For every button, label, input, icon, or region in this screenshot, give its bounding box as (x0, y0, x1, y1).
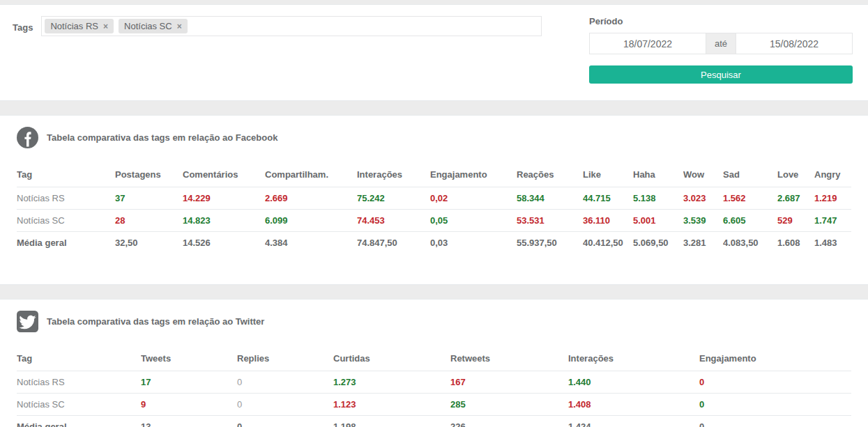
column-header: Angry (814, 164, 851, 187)
column-header: Retweets (450, 348, 568, 371)
column-header: Haha (633, 164, 683, 187)
metric-value: 13 (141, 416, 237, 427)
metric-value: 1.408 (568, 394, 699, 416)
metric-value: 1.483 (814, 232, 851, 254)
tag-chip: Notícias RS× (45, 19, 114, 33)
metric-value: 9 (141, 394, 237, 416)
metric-value: 1.123 (333, 394, 450, 416)
metric-value: 2.669 (265, 187, 357, 210)
metric-value: 36.110 (583, 210, 633, 232)
metric-value: 0 (237, 416, 333, 427)
metric-value: 1.198 (333, 416, 450, 427)
table-row: Notícias RS3714.2292.66975.2420,0258.344… (17, 187, 851, 210)
twitter-table-title: Tabela comparativa das tags em relação a… (47, 316, 264, 327)
tag-chip-label: Notícias RS (50, 21, 98, 31)
metric-value: 4.384 (265, 232, 357, 254)
metric-value: 40.412,50 (583, 232, 633, 254)
metric-value: 0 (237, 371, 333, 394)
dashboard-page: Tags Notícias RS×Notícias SC× Período at… (0, 0, 868, 427)
period-label: Período (589, 16, 853, 26)
twitter-table: TagTweetsRepliesCurtidasRetweetsInteraçõ… (17, 348, 851, 427)
facebook-panel: Tabela comparativa das tags em relação a… (0, 115, 868, 285)
date-until-label: até (706, 33, 736, 54)
twitter-panel-title: Tabela comparativa das tags em relação a… (17, 311, 851, 332)
metric-value: 1.219 (814, 187, 851, 210)
row-tag-label: Média geral (17, 232, 115, 254)
metric-value: 75.242 (357, 187, 430, 210)
column-header: Curtidas (333, 348, 450, 371)
metric-value: 226 (450, 416, 568, 427)
column-header: Interações (357, 164, 430, 187)
metric-value: 1.424 (568, 416, 699, 427)
twitter-icon (17, 311, 38, 332)
metric-value: 5.069,50 (633, 232, 683, 254)
metric-value: 285 (450, 394, 568, 416)
metric-value: 1.440 (568, 371, 699, 394)
column-header: Engajamento (430, 164, 517, 187)
metric-value: 6.605 (723, 210, 777, 232)
metric-value: 44.715 (583, 187, 633, 210)
metric-value: 55.937,50 (517, 232, 583, 254)
tags-label: Tags (13, 16, 33, 33)
tag-chip: Notícias SC× (119, 19, 188, 33)
tags-input[interactable]: Notícias RS×Notícias SC× (41, 16, 542, 36)
table-row: Notícias SC901.1232851.4080 (17, 394, 851, 416)
metric-value: 32,50 (115, 232, 183, 254)
row-tag-label: Notícias SC (17, 394, 141, 416)
tags-field: Tags Notícias RS×Notícias SC× (13, 16, 589, 36)
date-from-input[interactable] (589, 33, 706, 54)
table-row: Notícias RS1701.2731671.4400 (17, 371, 851, 394)
metric-value: 1.747 (814, 210, 851, 232)
metric-value: 1.562 (723, 187, 777, 210)
metric-value: 0,05 (430, 210, 517, 232)
table-row: Notícias SC2814.8236.09974.4530,0553.531… (17, 210, 851, 232)
table-footer-row: Média geral32,5014.5264.38474.847,500,03… (17, 232, 851, 254)
metric-value: 0 (699, 416, 851, 427)
metric-value: 28 (115, 210, 183, 232)
metric-value: 3.281 (683, 232, 723, 254)
metric-value: 5.001 (633, 210, 683, 232)
metric-value: 0,02 (430, 187, 517, 210)
column-header: Reações (517, 164, 583, 187)
metric-value: 4.083,50 (723, 232, 777, 254)
metric-value: 6.099 (265, 210, 357, 232)
metric-value: 3.539 (683, 210, 723, 232)
metric-value: 167 (450, 371, 568, 394)
metric-value: 74.453 (357, 210, 430, 232)
metric-value: 0 (699, 394, 851, 416)
column-header: Tag (17, 348, 141, 371)
tag-remove-icon[interactable]: × (103, 22, 108, 31)
column-header: Tweets (141, 348, 237, 371)
metric-value: 17 (141, 371, 237, 394)
metric-value: 2.687 (777, 187, 814, 210)
metric-value: 0 (237, 394, 333, 416)
metric-value: 14.229 (183, 187, 265, 210)
metric-value: 37 (115, 187, 183, 210)
column-header: Replies (237, 348, 333, 371)
row-tag-label: Notícias RS (17, 371, 141, 394)
facebook-table: TagPostagensComentáriosCompartilham.Inte… (17, 164, 851, 254)
metric-value: 58.344 (517, 187, 583, 210)
metric-value: 14.823 (183, 210, 265, 232)
metric-value: 0 (699, 371, 851, 394)
date-to-input[interactable] (736, 33, 853, 54)
period-field: Período até Pesquisar (589, 16, 853, 84)
column-header: Like (583, 164, 633, 187)
column-header: Tag (17, 164, 115, 187)
metric-value: 1.608 (777, 232, 814, 254)
column-header: Compartilham. (265, 164, 357, 187)
metric-value: 529 (777, 210, 814, 232)
metric-value: 0,03 (430, 232, 517, 254)
row-tag-label: Média geral (17, 416, 141, 427)
metric-value: 1.273 (333, 371, 450, 394)
date-range: até (589, 33, 853, 54)
column-header: Interações (568, 348, 699, 371)
search-button[interactable]: Pesquisar (589, 65, 853, 84)
twitter-panel: Tabela comparativa das tags em relação a… (0, 299, 868, 427)
column-header: Comentários (183, 164, 265, 187)
filter-panel: Tags Notícias RS×Notícias SC× Período at… (0, 4, 868, 101)
tag-remove-icon[interactable]: × (177, 22, 182, 31)
metric-value: 3.023 (683, 187, 723, 210)
metric-value: 14.526 (183, 232, 265, 254)
column-header: Engajamento (699, 348, 851, 371)
